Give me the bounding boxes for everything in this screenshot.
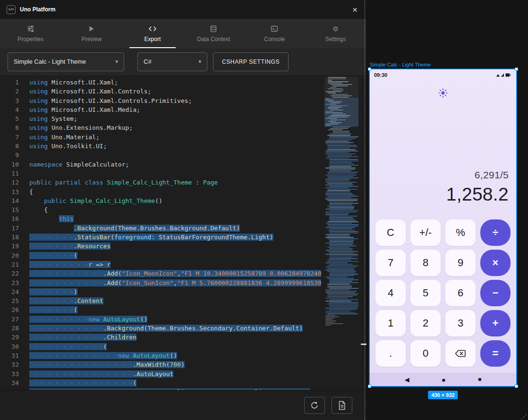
calc-key-seven[interactable]: 7 [375,250,406,276]
resize-grip-icon[interactable]: ⋰ [521,413,527,420]
code-line: 1using Microsoft.UI.Xaml; [0,78,366,87]
tab-label: Data Context [197,36,230,42]
sliders-icon [27,25,34,33]
calc-key-two[interactable]: 2 [410,310,441,336]
file-icon [338,401,346,410]
divider-handle[interactable] [361,344,366,345]
calc-key-one[interactable]: 1 [375,310,406,336]
minimap-selection [324,98,358,127]
code-line: 9 [0,151,366,160]
code-lines: 1using Microsoft.UI.Xaml;2using Microsof… [0,78,366,390]
code-line: 21 · · · · · · · ·r => r [0,260,366,269]
phone-screen: 09:30 6,291/5 1,258.2 C+/-%÷789×456−123+… [370,69,516,386]
back-icon[interactable]: ◀ [405,376,409,383]
calc-display: 6,291/5 1,258.2 [446,169,509,205]
code-line: 5using System; [0,114,366,123]
code-line: 2using Microsoft.UI.Xaml.Controls; [0,87,366,96]
design-canvas[interactable]: Simple Calc - Light Theme 09:30 6,291/5 [366,0,528,420]
frame-size-badge: 430 × 932 [428,391,458,399]
theme-dropdown[interactable]: Simple Calc - Light Theme ▾ [8,52,124,71]
calc-key-divide[interactable]: ÷ [480,219,511,246]
language-dropdown[interactable]: C# ▾ [137,52,207,71]
calc-key-percent[interactable]: % [445,219,476,246]
window-title: Uno Platform [20,6,55,13]
tab-label: Console [264,36,285,42]
code-line: 7using Uno.Material; [0,133,366,142]
window-resize-divider[interactable] [365,0,365,420]
signal-icon [501,74,504,77]
code-line: 34 · · · · · · · · · · · · · ·( [0,378,366,387]
calc-result: 1,258.2 [446,184,509,205]
calc-key-zero[interactable]: 0 [410,340,441,367]
code-line: 14 public Simple_Calc_Light_Theme() [0,196,366,205]
tab-properties[interactable]: Properties [0,19,61,48]
calc-key-plus-minus[interactable]: +/- [410,219,441,246]
calc-expression: 6,291/5 [446,169,509,181]
sun-icon [438,88,448,98]
terminal-icon [271,25,278,33]
calc-key-three[interactable]: 3 [445,310,476,336]
calc-key-nine[interactable]: 9 [445,250,476,276]
calc-key-plus[interactable]: + [480,310,511,336]
android-nav-bar: ◀ ● ■ [370,373,516,386]
selection-handle[interactable] [515,385,518,388]
code-line: 13{ [0,187,366,196]
code-line: 33 · · · · · · · · · · · · · ·.AutoLayou… [0,370,366,378]
recents-icon[interactable]: ■ [478,376,481,383]
close-icon[interactable]: × [349,4,360,15]
window-titlebar: </> Uno Platform × [0,0,366,19]
chevron-down-icon: ▾ [198,59,201,65]
play-icon [88,25,95,33]
tab-label: Preview [81,36,102,42]
code-line: 3using Microsoft.UI.Xaml.Controls.Primit… [0,96,366,105]
code-line: 15 { [0,205,366,214]
export-file-button[interactable] [332,397,352,414]
refresh-button[interactable] [304,397,325,414]
calc-key-six[interactable]: 6 [445,280,476,306]
tab-console[interactable]: Console [244,19,305,48]
calc-key-five[interactable]: 5 [410,280,441,306]
calc-key-clear[interactable]: C [375,219,406,246]
tab-data-context[interactable]: Data Context [183,19,244,48]
tab-export[interactable]: Export [122,19,183,48]
tab-preview[interactable]: Preview [61,19,122,48]
wifi-icon [496,74,500,77]
code-line: 25 · · · · · ·.Content [0,296,366,305]
code-line: 27 · · · · · · · ·new AutoLayout() [0,315,366,324]
tab-settings[interactable]: ⚙ Settings [305,19,366,48]
bottom-action-bar [0,390,366,420]
code-line: 10namespace SimpleCalculator; [0,160,366,169]
calc-key-four[interactable]: 4 [375,280,406,306]
code-editor[interactable]: 1using Microsoft.UI.Xaml;2using Microsof… [0,75,366,390]
selection-handle[interactable] [368,385,371,388]
code-line: 23 · · · · · · · · · ·.Add("Icon_SunIcon… [0,278,366,287]
code-line: 4using Microsoft.UI.Xaml.Media; [0,105,366,114]
status-time: 09:30 [374,72,387,78]
chevron-down-icon: ▾ [115,59,118,65]
frame-label[interactable]: Simple Calc - Light Theme [370,62,431,67]
theme-toggle-button[interactable] [435,85,451,101]
csharp-settings-button[interactable]: CSHARP SETTINGS [213,52,289,71]
code-line: 12public partial class Simple_Calc_Light… [0,178,366,187]
battery-icon [506,74,510,77]
calc-key-equals[interactable]: = [480,340,511,367]
code-line: 22 · · · · · · · · · ·.Add("Icon_MoonIco… [0,269,366,278]
calc-key-eight[interactable]: 8 [410,250,441,276]
tab-label: Properties [17,36,43,42]
home-icon[interactable]: ● [442,376,446,384]
selection-handle[interactable] [368,67,371,71]
export-toolbar: Simple Calc - Light Theme ▾ C# ▾ CSHARP … [0,48,366,75]
minimap[interactable] [324,75,358,390]
phone-frame[interactable]: 09:30 6,291/5 1,258.2 C+/-%÷789×456−123+… [370,69,516,386]
calc-key-minus[interactable]: − [480,280,511,306]
tab-label: Export [145,36,161,42]
backspace-icon [454,349,467,358]
calc-key-backspace[interactable] [445,340,476,367]
theme-dropdown-value: Simple Calc - Light Theme [14,58,86,65]
selection-handle[interactable] [515,67,518,71]
code-line: 28 · · · · · · · · · ·.Background(Theme.… [0,324,366,333]
calc-key-multiply[interactable]: × [480,250,511,276]
calc-key-decimal[interactable]: . [375,340,406,367]
code-icon [148,25,157,33]
code-line: 8using Uno.Toolkit.UI; [0,142,366,151]
